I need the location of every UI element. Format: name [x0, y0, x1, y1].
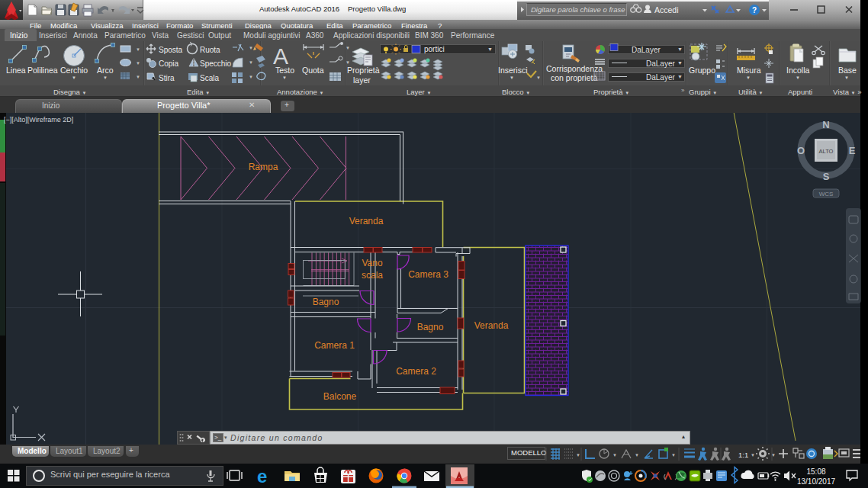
svg-text:▼: ▼ — [751, 453, 755, 458]
svg-text:Veranda: Veranda — [349, 216, 384, 226]
svg-text:S: S — [823, 171, 830, 182]
svg-text:WCS: WCS — [819, 191, 834, 197]
svg-text:E: E — [849, 145, 856, 156]
svg-text:▼: ▼ — [771, 453, 776, 458]
svg-text:15:08: 15:08 — [806, 467, 825, 476]
svg-text:▼: ▼ — [249, 60, 253, 65]
svg-text:Bagno: Bagno — [313, 297, 339, 307]
svg-text:13/10/2017: 13/10/2017 — [797, 477, 835, 486]
svg-text:?: ? — [752, 6, 757, 14]
svg-text:▼: ▼ — [671, 453, 676, 458]
svg-text:scala: scala — [362, 270, 383, 281]
svg-text:[−][Alto][Wireframe 2D]: [−][Alto][Wireframe 2D] — [4, 116, 73, 124]
svg-text:▼: ▼ — [136, 75, 140, 79]
svg-text:Accedi: Accedi — [654, 5, 679, 14]
svg-text:▼: ▼ — [249, 75, 253, 79]
svg-text:Balcone: Balcone — [323, 391, 357, 402]
svg-text:Vano: Vano — [362, 258, 382, 268]
svg-text:▼: ▼ — [249, 46, 253, 50]
svg-text:▼: ▼ — [346, 60, 350, 65]
svg-text:O: O — [797, 145, 805, 156]
svg-text:Camera 2: Camera 2 — [396, 366, 436, 377]
svg-text:▼: ▼ — [536, 75, 541, 80]
svg-text:1:1: 1:1 — [738, 451, 748, 459]
svg-text:Rampa: Rampa — [249, 162, 278, 172]
svg-text:e: e — [257, 466, 267, 486]
svg-text:A: A — [273, 43, 288, 69]
svg-text:N: N — [822, 119, 829, 130]
svg-text:Camera 1: Camera 1 — [314, 340, 355, 351]
svg-text:▼: ▼ — [136, 47, 140, 52]
svg-text:▼: ▼ — [346, 46, 350, 50]
svg-text:Bagno: Bagno — [417, 322, 444, 332]
svg-text:▼: ▼ — [136, 61, 140, 66]
svg-text:ALTO: ALTO — [819, 148, 834, 155]
svg-text:Veranda: Veranda — [474, 320, 509, 331]
svg-text:Camera 3: Camera 3 — [408, 269, 448, 280]
svg-text:▼: ▼ — [635, 453, 639, 458]
svg-text:▼: ▼ — [612, 453, 617, 458]
svg-text:▼: ▼ — [576, 453, 580, 458]
